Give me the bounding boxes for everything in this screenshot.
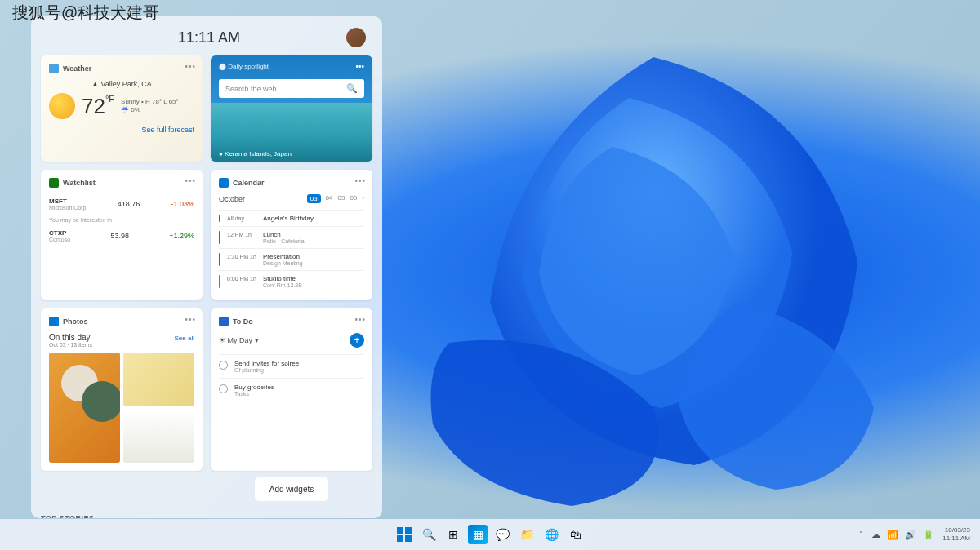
wifi-icon[interactable]: 📶 [887, 530, 898, 540]
photo-thumbnail[interactable] [123, 353, 194, 406]
store-icon[interactable]: 🛍 [566, 525, 586, 544]
panel-header: 11:11 AM [41, 24, 372, 55]
start-button[interactable] [394, 525, 414, 544]
panel-time: 11:11 AM [154, 29, 240, 47]
search-icon[interactable]: 🔍 [346, 83, 358, 94]
volume-icon[interactable]: 🔊 [905, 530, 916, 540]
photo-thumbnail[interactable] [49, 353, 120, 463]
bing-caption: ● Kerama Islands, Japan [219, 150, 292, 157]
widget-menu-icon[interactable]: ••• [355, 62, 364, 71]
forecast-link[interactable]: See full forecast [49, 126, 194, 134]
photos-widget[interactable]: Photos ••• On this day Oct 03 · 13 items… [41, 308, 203, 471]
taskbar[interactable]: 🔍 ⊞ ▦ 💬 📁 🌐 🛍 ˄ ☁ 📶 🔊 🔋 10/03/23 11:11 A… [0, 519, 980, 550]
finance-widget[interactable]: Watchlist ••• MSFTMicrosoft Corp 418.76 … [41, 170, 203, 300]
widget-menu-icon[interactable]: ••• [185, 176, 196, 185]
widget-menu-icon[interactable]: ••• [185, 62, 196, 71]
search-input[interactable]: Search the web 🔍 [219, 79, 364, 98]
taskview-icon[interactable]: ⊞ [443, 525, 463, 544]
svg-rect-0 [397, 527, 403, 534]
todo-checkbox[interactable] [219, 361, 228, 370]
svg-rect-2 [397, 535, 403, 542]
edge-icon[interactable]: 🌐 [541, 525, 561, 544]
todo-widget[interactable]: To Do ••• ☀ My Day ▾ + Send invites for … [211, 308, 372, 471]
weather-widget[interactable]: Weather ••• ▲ Valley Park, CA 72°F Sunny… [41, 55, 203, 162]
widget-menu-icon[interactable]: ••• [354, 176, 366, 185]
add-task-button[interactable]: + [350, 333, 364, 348]
widgets-icon[interactable]: ▦ [468, 525, 488, 544]
svg-rect-3 [405, 535, 412, 542]
calendar-widget[interactable]: Calendar ••• October 03 04 05 06 › All d… [211, 170, 372, 300]
svg-rect-1 [405, 527, 412, 534]
watermark-text: 搜狐号@科技犬建哥 [12, 2, 159, 24]
bing-widget[interactable]: ⬤ Daily spotlight ••• Search the web 🔍 ●… [211, 55, 372, 162]
system-clock[interactable]: 10/03/23 11:11 AM [942, 526, 970, 542]
chat-icon[interactable]: 💬 [492, 525, 512, 544]
widget-menu-icon[interactable]: ••• [354, 315, 366, 324]
explorer-icon[interactable]: 📁 [517, 525, 537, 544]
onedrive-icon[interactable]: ☁ [871, 530, 880, 540]
user-avatar[interactable] [346, 28, 366, 47]
weather-location: ▲ Valley Park, CA [49, 80, 194, 88]
search-icon[interactable]: 🔍 [419, 525, 439, 544]
photo-thumbnail[interactable] [123, 410, 194, 464]
news-section: TOP STORIES CNN Today · 9 mins One of th… [41, 514, 372, 518]
widget-menu-icon[interactable]: ••• [185, 315, 196, 324]
add-widgets-button[interactable]: Add widgets [255, 477, 328, 501]
chevron-up-icon[interactable]: ˄ [859, 530, 863, 539]
sun-icon [49, 93, 75, 119]
battery-icon[interactable]: 🔋 [923, 530, 934, 540]
todo-checkbox[interactable] [219, 384, 228, 393]
see-all-link[interactable]: See all [175, 335, 194, 342]
widgets-panel[interactable]: 11:11 AM Weather ••• ▲ Valley Park, CA 7… [31, 16, 382, 518]
